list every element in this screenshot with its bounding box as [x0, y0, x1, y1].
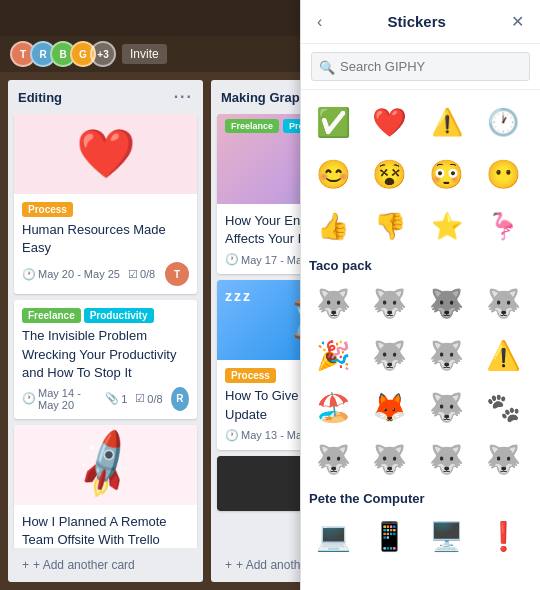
sticker-wolf-16[interactable]: 🐺 — [479, 435, 527, 483]
sticker-wolf-6[interactable]: 🐺 — [366, 331, 414, 379]
card-title: Human Resources Made Easy — [22, 221, 189, 257]
sticker-flamingo[interactable]: 🦩 — [479, 202, 527, 250]
zzz-text: zzz — [225, 288, 252, 304]
sticker-wolf-13[interactable]: 🐺 — [309, 435, 357, 483]
card-meta: 🕐 May 20 - May 25 ☑ 0/8 T — [22, 262, 189, 286]
card-invisible-problem[interactable]: Freelance Productivity The Invisible Pro… — [14, 300, 197, 419]
stickers-back-button[interactable]: ‹ — [313, 11, 326, 33]
sticker-pete-1[interactable]: 💻 — [309, 512, 357, 560]
card-cover-rocket: 🚀 — [14, 425, 197, 505]
column-header-editing: Editing ··· — [8, 80, 203, 114]
card-attachment: 📎 1 — [105, 392, 127, 405]
plus-icon: + — [225, 558, 232, 572]
column-title-editing: Editing — [18, 90, 62, 105]
column-editing: Editing ··· ❤️ Process Human Resources M… — [8, 80, 203, 582]
board-header-left: T R B G +3 Invite — [10, 41, 294, 67]
add-card-button-editing[interactable]: + + Add another card — [14, 552, 197, 578]
sticker-wolf-5[interactable]: 🎉 — [309, 331, 357, 379]
sticker-pete-4[interactable]: ❗ — [479, 512, 527, 560]
checklist-icon: ☑ — [135, 392, 145, 405]
taco-sticker-grid: 🐺 🐺 🐺 🐺 🎉 🐺 🐺 ⚠️ 🏖️ 🦊 🐺 🐾 🐺 🐺 🐺 🐺 — [309, 279, 532, 483]
sticker-thumbs-down[interactable]: 👎 — [366, 202, 414, 250]
sticker-wolf-15[interactable]: 🐺 — [423, 435, 471, 483]
label-productivity: Productivity — [84, 308, 154, 323]
sticker-wolf-7[interactable]: 🐺 — [423, 331, 471, 379]
invite-button[interactable]: Invite — [122, 44, 167, 64]
checklist-icon: ☑ — [128, 268, 138, 281]
label-freelance-2: Freelance — [225, 119, 279, 133]
card-labels: Freelance Productivity — [22, 308, 189, 323]
plus-icon: + — [22, 558, 29, 572]
sticker-meh[interactable]: 😶 — [479, 150, 527, 198]
pete-title: Pete the Computer — [309, 491, 532, 506]
column-cards-editing: ❤️ Process Human Resources Made Easy 🕐 M… — [8, 114, 203, 548]
sticker-pete-2[interactable]: 📱 — [366, 512, 414, 560]
column-menu-editing[interactable]: ··· — [174, 88, 193, 106]
stickers-header: ‹ Stickers ✕ — [301, 0, 540, 44]
stickers-title: Stickers — [326, 13, 507, 30]
sticker-wolf-10[interactable]: 🦊 — [366, 383, 414, 431]
sticker-wolf-2[interactable]: 🐺 — [366, 279, 414, 327]
sticker-checkmark[interactable]: ✅ — [309, 98, 357, 146]
sticker-wolf-8[interactable]: ⚠️ — [479, 331, 527, 379]
clock-icon: 🕐 — [22, 392, 36, 405]
sticker-pete-3[interactable]: 🖥️ — [423, 512, 471, 560]
clock-icon: 🕐 — [225, 429, 239, 442]
sticker-wolf-1[interactable]: 🐺 — [309, 279, 357, 327]
sticker-wolf-11[interactable]: 🐺 — [423, 383, 471, 431]
default-sticker-grid: ✅ ❤️ ⚠️ 🕐 😊 😵 😳 😶 👍 👎 ⭐ 🦩 — [309, 98, 532, 250]
sticker-heart[interactable]: ❤️ — [366, 98, 414, 146]
card-checklist: ☑ 0/8 — [135, 392, 162, 405]
search-wrapper: 🔍 — [311, 52, 530, 81]
stickers-close-button[interactable]: ✕ — [507, 10, 528, 33]
stickers-panel: ‹ Stickers ✕ 🔍 ✅ ❤️ ⚠️ 🕐 😊 😵 😳 😶 👍 👎 ⭐ 🦩… — [300, 0, 540, 590]
taco-pack-title: Taco pack — [309, 258, 532, 273]
card-title: The Invisible Problem Wrecking Your Prod… — [22, 327, 189, 382]
card-checklist: ☑ 0/8 — [128, 268, 155, 281]
pete-sticker-grid: 💻 📱 🖥️ ❗ — [309, 512, 532, 560]
label-freelance: Freelance — [22, 308, 81, 323]
attachment-icon: 📎 — [105, 392, 119, 405]
rocket-icon: 🚀 — [66, 426, 146, 504]
sticker-warning[interactable]: ⚠️ — [423, 98, 471, 146]
clock-icon: 🕐 — [225, 253, 239, 266]
stickers-search-input[interactable] — [311, 52, 530, 81]
card-date: 🕐 May 20 - May 25 — [22, 268, 120, 281]
sticker-wolf-12[interactable]: 🐾 — [479, 383, 527, 431]
sticker-wolf-4[interactable]: 🐺 — [479, 279, 527, 327]
card-meta: 🕐 May 14 - May 20 📎 1 ☑ 0/8 R — [22, 387, 189, 411]
sticker-flushed[interactable]: 😳 — [423, 150, 471, 198]
card-avatar: T — [165, 262, 189, 286]
card-avatar: R — [171, 387, 189, 411]
member-count[interactable]: +3 — [90, 41, 116, 67]
card-remote-offsite[interactable]: 🚀 How I Planned A Remote Team Offsite Wi… — [14, 425, 197, 548]
clock-icon: 🕐 — [22, 268, 36, 281]
card-date: 🕐 May 14 - May 20 — [22, 387, 97, 411]
label-process: Process — [22, 202, 73, 217]
sticker-wolf-14[interactable]: 🐺 — [366, 435, 414, 483]
card-labels: Process — [22, 202, 189, 217]
stickers-search-area: 🔍 — [301, 44, 540, 90]
card-title: How I Planned A Remote Team Offsite With… — [22, 513, 189, 548]
sticker-clock[interactable]: 🕐 — [479, 98, 527, 146]
sticker-confused[interactable]: 😵 — [366, 150, 414, 198]
sticker-wolf-9[interactable]: 🏖️ — [309, 383, 357, 431]
sticker-smile[interactable]: 😊 — [309, 150, 357, 198]
sticker-wolf-3[interactable]: 🐺 — [423, 279, 471, 327]
label-process-2: Process — [225, 368, 276, 383]
stickers-body: ✅ ❤️ ⚠️ 🕐 😊 😵 😳 😶 👍 👎 ⭐ 🦩 Taco pack 🐺 🐺 … — [301, 90, 540, 590]
member-avatars: T R B G +3 — [10, 41, 116, 67]
sticker-star[interactable]: ⭐ — [423, 202, 471, 250]
sticker-thumbs-up[interactable]: 👍 — [309, 202, 357, 250]
card-human-resources[interactable]: ❤️ Process Human Resources Made Easy 🕐 M… — [14, 114, 197, 294]
card-cover-heart: ❤️ — [14, 114, 197, 194]
